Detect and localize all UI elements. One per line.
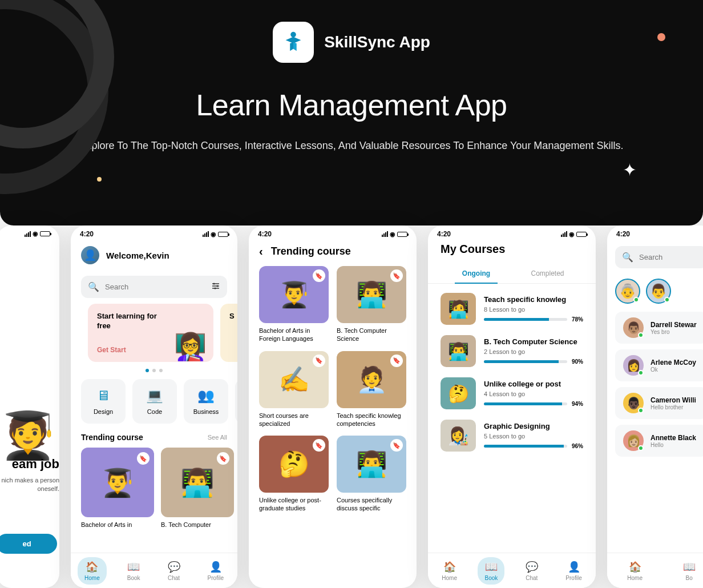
bookmark-icon[interactable]: 🔖: [313, 269, 325, 282]
nav-book[interactable]: 📖Bo: [676, 557, 702, 585]
bookmark-icon[interactable]: 🔖: [313, 355, 325, 367]
nav-home[interactable]: 🏠Home: [435, 557, 464, 585]
nav-book[interactable]: 📖Book: [120, 557, 147, 585]
see-all-link[interactable]: See All: [208, 434, 227, 441]
business-icon: 👥: [197, 388, 215, 404]
signal-icon: [203, 231, 209, 237]
course-title: Bachelor of Arts in: [81, 521, 154, 529]
search-input[interactable]: [105, 283, 205, 291]
chat-item[interactable]: 👩🏼 Annette BlackHello: [615, 425, 703, 457]
course-thumbnail: 👨‍🎓🔖: [81, 448, 154, 517]
search-bar[interactable]: 🔍: [615, 246, 703, 268]
wifi-icon: ◉: [569, 231, 575, 238]
battery-icon: [218, 232, 228, 237]
promo-card[interactable]: S: [220, 304, 237, 362]
my-course-item[interactable]: 🧑‍💻 Teach specific knowleg 8 Lesson to g…: [441, 293, 583, 325]
nav-book[interactable]: 📖Book: [478, 557, 504, 585]
search-bar[interactable]: 🔍: [81, 276, 227, 298]
progress-bar: [484, 318, 567, 321]
friend-avatar[interactable]: 👨: [646, 279, 671, 304]
phone-home: 4:20◉ Welcome,Kevin 🔍 Start learning for…: [71, 225, 237, 588]
course-thumbnail: 👨‍💻: [441, 335, 476, 367]
hero-banner: ✦ SkillSync App Learn Management App Exp…: [0, 0, 703, 225]
wifi-icon: ◉: [390, 231, 395, 238]
filter-icon[interactable]: [211, 281, 220, 292]
course-card[interactable]: ✍️🔖Short courses are specialized: [259, 351, 329, 428]
chat-name: Arlene McCoy: [651, 359, 700, 367]
progress-bar: [484, 445, 567, 448]
course-card[interactable]: 👨‍💻🔖B. Tech Computer Science: [337, 266, 406, 343]
category-more[interactable]: F: [235, 379, 237, 424]
my-course-item[interactable]: 👨‍💻 B. Tech Computer Science 2 Lesson to…: [441, 335, 583, 367]
phone-onboarding: ◉ 🧑‍🎓 eam job nich makes a persononeself…: [0, 225, 59, 588]
course-title: B. Tech Computer: [161, 521, 234, 529]
carousel-pager[interactable]: [71, 362, 237, 379]
battery-icon: [576, 232, 587, 237]
onboarding-desc: nich makes a persononeself.: [0, 472, 59, 494]
wifi-icon: ◉: [211, 231, 216, 238]
bookmark-icon[interactable]: 🔖: [390, 439, 403, 452]
bookmark-icon[interactable]: 🔖: [390, 355, 403, 367]
course-thumbnail: 🤔: [441, 377, 476, 409]
course-thumbnail: 👨‍🎓🔖: [259, 266, 329, 323]
tab-ongoing[interactable]: Ongoing: [441, 265, 512, 283]
chat-item[interactable]: 👨🏽 Darrell StewarYes bro: [615, 312, 703, 344]
user-avatar[interactable]: [81, 246, 99, 264]
promo-title-fragment: S: [229, 312, 237, 321]
course-card[interactable]: 🧑‍💼🔖Teach specific knowleg competencies: [337, 351, 406, 428]
chat-avatar: 👨🏽: [623, 317, 644, 338]
chat-item[interactable]: 👩 Arlene McCoyOk: [615, 349, 703, 381]
category-design[interactable]: 🖥Design: [81, 379, 126, 424]
design-icon: 🖥: [96, 388, 110, 404]
get-started-button[interactable]: ed: [0, 534, 57, 554]
chat-icon: 💬: [168, 561, 180, 573]
bookmark-icon[interactable]: 🔖: [390, 269, 403, 282]
nav-chat[interactable]: 💬Chat: [161, 557, 187, 585]
decorative-dot: [97, 177, 102, 182]
course-card[interactable]: 👨‍🎓🔖 Bachelor of Arts in: [81, 448, 154, 529]
online-indicator: [633, 297, 639, 303]
bookmark-icon[interactable]: 🔖: [137, 452, 150, 465]
course-title: B. Tech Computer Science: [484, 337, 583, 346]
chat-message: Hello: [651, 442, 700, 448]
friend-avatar[interactable]: 👵: [615, 279, 640, 304]
chat-item[interactable]: 👨🏿 Cameron WilliHello brother: [615, 387, 703, 419]
course-card[interactable]: 👨‍💻🔖Courses specifically discuss specifi…: [337, 436, 406, 513]
course-card[interactable]: 👨‍💻🔖 B. Tech Computer: [161, 448, 234, 529]
search-input[interactable]: [639, 253, 703, 261]
course-card[interactable]: 👨‍🎓🔖Bachelor of Arts in Foreign Language…: [259, 266, 329, 343]
category-code[interactable]: 💻Code: [132, 379, 177, 424]
my-course-item[interactable]: 🤔 Unlike college or post 4 Lesson to go …: [441, 377, 583, 409]
back-button[interactable]: ‹: [259, 245, 263, 258]
nav-profile[interactable]: 👤Profile: [201, 557, 231, 585]
my-course-item[interactable]: 👩‍🎨 Graphic Designing 5 Lesson to go 96%: [441, 420, 583, 452]
nav-home[interactable]: 🏠Home: [78, 557, 107, 585]
nav-home[interactable]: 🏠Home: [620, 557, 649, 585]
chat-name: Darrell Stewar: [651, 321, 700, 329]
course-card[interactable]: 🤔🔖Unlike college or post-graduate studie…: [259, 436, 329, 513]
phone-my-courses: 4:20◉ My Courses Ongoing Completed 🧑‍💻 T…: [428, 225, 596, 588]
tab-completed[interactable]: Completed: [512, 265, 583, 283]
chat-message: Yes bro: [651, 329, 700, 335]
course-subtitle: 2 Lesson to go: [484, 348, 583, 355]
status-bar: 4:20◉: [71, 225, 237, 240]
progress-bar: [484, 402, 567, 405]
course-title: Graphic Designing: [484, 422, 583, 430]
promo-card[interactable]: Start learning for free Get Start 👩‍🏫: [88, 304, 213, 362]
home-icon: 🏠: [86, 561, 98, 573]
bookmark-icon[interactable]: 🔖: [313, 439, 325, 452]
nav-chat[interactable]: 💬Chat: [519, 557, 545, 585]
status-bar: 4:20: [607, 225, 703, 240]
bookmark-icon[interactable]: 🔖: [217, 452, 229, 465]
home-icon: 🏠: [629, 561, 641, 573]
course-subtitle: 4 Lesson to go: [484, 390, 583, 397]
course-thumbnail: 👩‍🎨: [441, 420, 476, 452]
course-subtitle: 5 Lesson to go: [484, 433, 583, 440]
nav-profile[interactable]: 👤Profile: [559, 557, 588, 585]
progress-bar: [484, 360, 567, 363]
chat-message: Hello brother: [651, 404, 700, 410]
category-business[interactable]: 👥Business: [184, 379, 228, 424]
svg-point-2: [217, 285, 219, 287]
course-thumbnail: ✍️🔖: [259, 351, 329, 408]
onboarding-illustration: 🧑‍🎓: [0, 240, 59, 462]
